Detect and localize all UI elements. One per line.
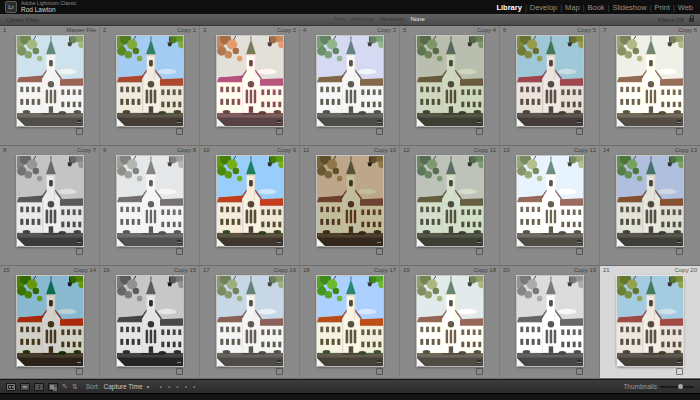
develop-adjustments-badge-icon[interactable] xyxy=(76,119,82,125)
module-tab-web[interactable]: Web xyxy=(678,3,693,12)
develop-adjustments-badge-icon[interactable] xyxy=(376,239,382,245)
metadata-badge-icon[interactable] xyxy=(76,368,83,375)
rating-dots[interactable]: · · · · · xyxy=(17,129,52,135)
rating-dots[interactable]: · · · · · xyxy=(117,369,152,375)
metadata-badge-icon[interactable] xyxy=(676,368,683,375)
filter-option-metadata[interactable]: Metadata xyxy=(379,16,404,22)
rating-dots[interactable]: · · · · · xyxy=(617,249,652,255)
rating-dots[interactable]: · · · · · xyxy=(317,369,352,375)
photo-thumbnail[interactable] xyxy=(317,36,383,126)
filmstrip-edge[interactable] xyxy=(0,393,700,400)
grid-cell-pink-tint[interactable]: 3Copy 2· · · · · xyxy=(200,26,300,146)
develop-adjustments-badge-icon[interactable] xyxy=(376,359,382,365)
grid-cell-bw-contrast[interactable]: 16Copy 15· · · · · xyxy=(100,266,200,379)
loupe-view-icon[interactable] xyxy=(20,383,30,391)
develop-adjustments-badge-icon[interactable] xyxy=(176,359,182,365)
sort-value[interactable]: Capture Time xyxy=(103,383,142,390)
metadata-badge-icon[interactable] xyxy=(676,128,683,135)
lock-icon[interactable] xyxy=(689,18,694,22)
grid-cell-mint-faded[interactable]: 4Copy 3· · · · · xyxy=(300,26,400,146)
metadata-badge-icon[interactable] xyxy=(376,248,383,255)
module-tab-slideshow[interactable]: Slideshow xyxy=(612,3,646,12)
rating-dots[interactable]: · · · · · xyxy=(317,129,352,135)
metadata-badge-icon[interactable] xyxy=(276,248,283,255)
grid-cell-bw-normal[interactable]: 8Copy 7· · · · · xyxy=(0,146,100,266)
photo-thumbnail[interactable] xyxy=(617,276,683,366)
grid-cell-warm-pale[interactable]: 19Copy 18· · · · · xyxy=(400,266,500,379)
rating-dots[interactable]: · · · · · xyxy=(617,369,652,375)
grid-cell-olive-khaki[interactable]: 12Copy 11· · · · · xyxy=(400,146,500,266)
photo-thumbnail[interactable] xyxy=(617,156,683,246)
compare-view-icon[interactable] xyxy=(34,383,44,391)
metadata-badge-icon[interactable] xyxy=(176,368,183,375)
module-tab-book[interactable]: Book xyxy=(588,3,605,12)
rating-dots[interactable]: · · · · · xyxy=(17,369,52,375)
photo-thumbnail[interactable] xyxy=(17,276,83,366)
develop-adjustments-badge-icon[interactable] xyxy=(676,119,682,125)
module-tab-develop[interactable]: Develop xyxy=(530,3,558,12)
filters-state-label[interactable]: Filters Off xyxy=(658,17,684,23)
rating-dots[interactable]: · · · · · xyxy=(417,249,452,255)
photo-thumbnail[interactable] xyxy=(517,276,583,366)
rating-dots[interactable]: · · · · · xyxy=(217,249,252,255)
rating-dots[interactable]: · · · · · xyxy=(417,129,452,135)
photo-thumbnail[interactable] xyxy=(517,156,583,246)
photo-thumbnail[interactable] xyxy=(217,156,283,246)
metadata-badge-icon[interactable] xyxy=(376,128,383,135)
grid-cell-vivid-blue[interactable]: 10Copy 9· · · · · xyxy=(200,146,300,266)
metadata-badge-icon[interactable] xyxy=(576,368,583,375)
develop-adjustments-badge-icon[interactable] xyxy=(176,119,182,125)
grid-cell-cool-teal[interactable]: 14Copy 13· · · · · xyxy=(600,146,700,266)
module-tab-library[interactable]: Library xyxy=(496,3,521,12)
grid-cell-pale-washed[interactable]: 17Copy 16· · · · · xyxy=(200,266,300,379)
rating-dots[interactable]: · · · · · xyxy=(517,129,552,135)
metadata-badge-icon[interactable] xyxy=(576,128,583,135)
grid-cell-dark-dramatic[interactable]: 15Copy 14· · · · · xyxy=(0,266,100,379)
metadata-badge-icon[interactable] xyxy=(176,128,183,135)
grid-cell-bw-highkey[interactable]: 9Copy 8· · · · · xyxy=(100,146,200,266)
develop-adjustments-badge-icon[interactable] xyxy=(476,239,482,245)
filter-option-text[interactable]: Text xyxy=(334,16,345,22)
develop-adjustments-badge-icon[interactable] xyxy=(76,359,82,365)
module-tab-print[interactable]: Print xyxy=(654,3,669,12)
photo-thumbnail[interactable] xyxy=(317,156,383,246)
photo-thumbnail[interactable] xyxy=(517,36,583,126)
sort-caret-icon[interactable]: ▾ xyxy=(147,383,150,390)
grid-cell-dark-sepia[interactable]: 11Copy 10· · · · · xyxy=(300,146,400,266)
filter-option-attribute[interactable]: Attribute xyxy=(351,16,373,22)
photo-thumbnail[interactable] xyxy=(317,276,383,366)
grid-cell-normal-vivid[interactable]: 2Copy 1· · · · · xyxy=(100,26,200,146)
develop-adjustments-badge-icon[interactable] xyxy=(476,359,482,365)
photo-thumbnail[interactable] xyxy=(117,276,183,366)
develop-adjustments-badge-icon[interactable] xyxy=(576,239,582,245)
thumbnail-size-slider-knob[interactable] xyxy=(678,384,683,389)
photo-thumbnail[interactable] xyxy=(17,156,83,246)
grid-view-icon[interactable] xyxy=(6,383,16,391)
photo-thumbnail[interactable] xyxy=(117,36,183,126)
develop-adjustments-badge-icon[interactable] xyxy=(376,119,382,125)
rating-dots[interactable]: · · · · · xyxy=(517,249,552,255)
photo-thumbnail[interactable] xyxy=(417,276,483,366)
metadata-badge-icon[interactable] xyxy=(476,128,483,135)
grid-cell-washed-warm[interactable]: 13Copy 12· · · · · xyxy=(500,146,600,266)
rating-dots[interactable]: · · · · · xyxy=(217,369,252,375)
develop-adjustments-badge-icon[interactable] xyxy=(676,359,682,365)
metadata-badge-icon[interactable] xyxy=(476,368,483,375)
metadata-badge-icon[interactable] xyxy=(76,248,83,255)
photo-thumbnail[interactable] xyxy=(217,276,283,366)
develop-adjustments-badge-icon[interactable] xyxy=(676,239,682,245)
grid-cell-vivid-cyan[interactable]: 18Copy 17· · · · · xyxy=(300,266,400,379)
survey-view-icon[interactable] xyxy=(48,383,58,391)
develop-adjustments-badge-icon[interactable] xyxy=(476,119,482,125)
metadata-badge-icon[interactable] xyxy=(576,248,583,255)
rating-dots[interactable]: · · · · · xyxy=(617,129,652,135)
grid-cell-washed-highkey[interactable]: 1Master File· · · · · xyxy=(0,26,100,146)
rating-dots[interactable]: · · · · · xyxy=(217,129,252,135)
grid-cell-warm-cream[interactable]: 7Copy 6· · · · · xyxy=(600,26,700,146)
photo-thumbnail[interactable] xyxy=(417,36,483,126)
photo-thumbnail[interactable] xyxy=(417,156,483,246)
module-tab-map[interactable]: Map xyxy=(565,3,580,12)
develop-adjustments-badge-icon[interactable] xyxy=(276,239,282,245)
filters-state-control[interactable]: Filters Off xyxy=(658,17,694,23)
rating-dots[interactable]: · · · · · xyxy=(317,249,352,255)
